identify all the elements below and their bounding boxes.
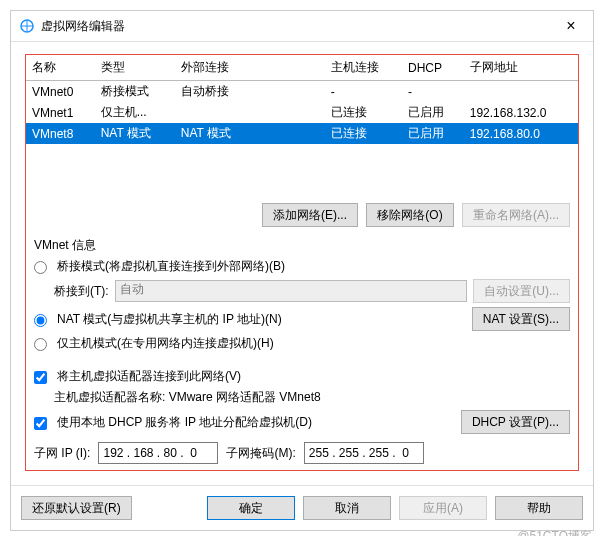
auto-settings-button: 自动设置(U)... (473, 279, 570, 303)
network-table[interactable]: 名称 类型 外部连接 主机连接 DHCP 子网地址 VMnet0桥接模式自动桥接… (26, 55, 578, 144)
col-type[interactable]: 类型 (95, 55, 175, 81)
col-host[interactable]: 主机连接 (325, 55, 402, 81)
highlight-box: 名称 类型 外部连接 主机连接 DHCP 子网地址 VMnet0桥接模式自动桥接… (25, 54, 579, 471)
apply-button: 应用(A) (399, 496, 487, 520)
window-title: 虚拟网络编辑器 (41, 18, 557, 35)
connect-adapter-checkbox[interactable] (34, 371, 47, 384)
subnet-mask-input[interactable] (304, 442, 424, 464)
rename-network-button: 重命名网络(A)... (462, 203, 570, 227)
bridge-select: 自动 (115, 280, 468, 302)
col-dhcp[interactable]: DHCP (402, 55, 464, 81)
dhcp-settings-button[interactable]: DHCP 设置(P)... (461, 410, 570, 434)
nat-radio[interactable] (34, 314, 47, 327)
connect-adapter-label: 将主机虚拟适配器连接到此网络(V) (57, 368, 241, 385)
cancel-button[interactable]: 取消 (303, 496, 391, 520)
hostonly-label: 仅主机模式(在专用网络内连接虚拟机)(H) (57, 335, 274, 352)
subnet-ip-label: 子网 IP (I): (34, 445, 90, 462)
col-name[interactable]: 名称 (26, 55, 95, 81)
bridge-to-label: 桥接到(T): (54, 283, 109, 300)
watermark: @51CTO博客 (10, 528, 592, 536)
footer: 还原默认设置(R) 确定 取消 应用(A) 帮助 (11, 485, 593, 530)
nat-label: NAT 模式(与虚拟机共享主机的 IP 地址)(N) (57, 311, 282, 328)
table-row-selected[interactable]: VMnet8NAT 模式NAT 模式已连接已启用192.168.80.0 (26, 123, 578, 144)
restore-defaults-button[interactable]: 还原默认设置(R) (21, 496, 132, 520)
table-row[interactable]: VMnet0桥接模式自动桥接-- (26, 81, 578, 103)
use-dhcp-checkbox[interactable] (34, 417, 47, 430)
vmnet-info-label: VMnet 信息 (34, 237, 570, 254)
app-icon (19, 18, 35, 34)
adapter-name: 主机虚拟适配器名称: VMware 网络适配器 VMnet8 (54, 389, 321, 406)
dialog: 虚拟网络编辑器 × 名称 类型 外部连接 主机连接 DHCP 子网地址 (10, 10, 594, 531)
nat-settings-button[interactable]: NAT 设置(S)... (472, 307, 570, 331)
use-dhcp-label: 使用本地 DHCP 服务将 IP 地址分配给虚拟机(D) (57, 414, 312, 431)
add-network-button[interactable]: 添加网络(E)... (262, 203, 358, 227)
subnet-ip-input[interactable] (98, 442, 218, 464)
hostonly-radio[interactable] (34, 338, 47, 351)
col-ext[interactable]: 外部连接 (175, 55, 325, 81)
table-row[interactable]: VMnet1仅主机...已连接已启用192.168.132.0 (26, 102, 578, 123)
titlebar: 虚拟网络编辑器 × (11, 11, 593, 42)
help-button[interactable]: 帮助 (495, 496, 583, 520)
ok-button[interactable]: 确定 (207, 496, 295, 520)
remove-network-button[interactable]: 移除网络(O) (366, 203, 454, 227)
bridge-label: 桥接模式(将虚拟机直接连接到外部网络)(B) (57, 258, 285, 275)
col-subnet[interactable]: 子网地址 (464, 55, 578, 81)
subnet-mask-label: 子网掩码(M): (226, 445, 295, 462)
close-icon[interactable]: × (557, 17, 585, 35)
bridge-radio[interactable] (34, 261, 47, 274)
